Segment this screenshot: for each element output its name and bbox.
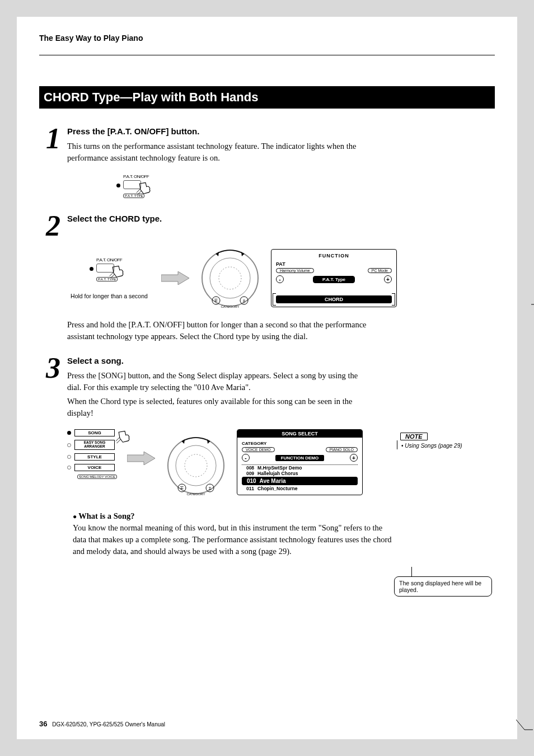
minus-knob-icon: - <box>276 275 284 283</box>
voice-button: VOICE <box>74 464 115 471</box>
page-number: 36 <box>39 720 47 728</box>
lcd-pill-pcmode: PC Mode <box>368 268 392 273</box>
svg-marker-3 <box>216 252 219 256</box>
step-2-title: Select the CHORD type. <box>67 213 495 225</box>
what-is-a-song: What is a Song? You know the normal mean… <box>73 510 392 557</box>
indicator-off-icon <box>67 443 71 447</box>
lcd-pat-type: P.A.T. Type <box>313 276 355 283</box>
section-heading: CHORD Type—Play with Both Hands <box>39 86 495 109</box>
svg-text:±: ± <box>208 485 211 491</box>
pat-label: P.A.T. ON/OFF <box>123 174 149 179</box>
svg-point-0 <box>202 250 258 306</box>
song-item: 011Chopin_Nocturne <box>242 486 358 491</box>
lcd-pat-label: PAT <box>276 261 392 267</box>
cursor-icon <box>115 428 135 450</box>
callout-text: The song displayed here will be played. <box>399 580 481 593</box>
plus-knob-icon: + <box>384 275 392 283</box>
manual-page: The Easy Way to Play Piano CHORD Type—Pl… <box>17 17 517 739</box>
svg-text:∓: ∓ <box>214 298 218 303</box>
step-1-body: This turns on the performance assistant … <box>67 140 364 164</box>
lcd-title: FUNCTION <box>276 253 392 259</box>
note-title: NOTE <box>400 433 428 440</box>
minus-knob-icon: - <box>242 454 250 462</box>
step-3-body2: When the Chord type is selected, feature… <box>67 396 364 419</box>
step-3-body1: Press the [SONG] button, and the Song Se… <box>67 370 364 393</box>
indicator-off-icon <box>67 455 71 459</box>
callout-connector-icon <box>411 567 412 577</box>
dial-illustration: ∓ ± CATEGORY <box>199 247 261 309</box>
dial-category-label: CATEGORY <box>221 305 239 308</box>
arrow-right-icon <box>127 452 155 465</box>
lcd-pill-voicedemo: VOICE DEMO <box>242 447 275 452</box>
bracket-right-icon <box>392 293 395 306</box>
lcd-pill-pianosolo: PIANO SOLO <box>326 447 358 452</box>
song-button: SONG <box>74 429 115 436</box>
step-1-diagram: P.A.T. ON/OFF P.A.T. TYPE <box>39 174 495 199</box>
lcd-function-demo: FUNCTION DEMO <box>275 455 325 461</box>
indicator-off-icon <box>67 466 71 469</box>
pat-indicator-icon <box>116 184 120 187</box>
step-3: 3 Select a song. Press the [SONG] button… <box>39 354 495 419</box>
callout-box: The song displayed here will be played. <box>394 576 492 597</box>
lcd-song-title: SONG SELECT <box>237 430 362 438</box>
style-button: STYLE <box>74 453 115 461</box>
bracket-left-icon <box>273 293 276 306</box>
svg-point-10 <box>168 438 224 494</box>
song-item: 009Hallelujah Chorus <box>242 471 358 476</box>
svg-marker-14 <box>207 439 210 444</box>
hold-caption: Hold for longer than a second <box>71 293 148 299</box>
arrow-right-icon <box>161 271 189 285</box>
song-melody-label: SONG MELODY VOICE <box>77 475 117 479</box>
manual-title: DGX-620/520, YPG-625/525 Owner's Manual <box>52 721 165 727</box>
svg-text:±: ± <box>243 298 246 303</box>
cursor-icon <box>109 263 129 285</box>
song-item-selected: 010Ave Maria <box>242 477 358 485</box>
header-divider <box>39 55 495 55</box>
lcd-chord-display: CHORD <box>276 295 392 303</box>
song-list: 008M.HrpSwtSpr Demo 009Hallelujah Chorus… <box>242 464 358 491</box>
step-1: 1 Press the [P.A.T. ON/OFF] button. This… <box>39 124 495 164</box>
step-number: 1 <box>39 127 67 151</box>
running-header: The Easy Way to Play Piano <box>39 34 495 43</box>
svg-point-2 <box>219 267 241 289</box>
step-number: 3 <box>39 356 67 380</box>
pat-label: P.A.T. ON/OFF <box>96 257 122 262</box>
callout-line-icon <box>516 720 533 731</box>
what-is-title: What is a Song? <box>73 511 135 520</box>
step-3-title: Select a song. <box>67 355 495 367</box>
dial-illustration: ∓ ± CATEGORY <box>165 435 227 496</box>
lcd-function-display: FUNCTION PAT Harmony Volume PC Mode - P.… <box>271 249 397 307</box>
step-2: 2 Select the CHORD type. <box>39 212 495 238</box>
lcd-song-select-display: SONG SELECT CATEGORY VOICE DEMO PIANO SO… <box>237 429 363 495</box>
easy-song-button: EASY SONG ARRANGER <box>74 440 115 450</box>
lcd-chord-text: CHORD <box>325 297 343 302</box>
callout-line-icon <box>531 302 534 307</box>
cursor-icon <box>135 180 156 202</box>
step-number: 2 <box>39 214 67 238</box>
plus-knob-icon: + <box>350 454 358 462</box>
note-box: NOTE Using Songs (page 29) <box>397 431 492 449</box>
lcd-category-label: CATEGORY <box>242 441 358 446</box>
step-2-diagram: P.A.T. ON/OFF P.A.T. TYPE Hold for longe… <box>39 247 495 309</box>
svg-text:CATEGORY: CATEGORY <box>186 492 205 496</box>
step-2-aftertext: Press and hold the [P.A.T. ON/OFF] butto… <box>39 319 375 342</box>
note-item: Using Songs (page 29) <box>397 443 492 449</box>
pat-button-illustration: P.A.T. ON/OFF P.A.T. TYPE <box>123 174 149 199</box>
song-item: 008M.HrpSwtSpr Demo <box>242 464 358 471</box>
pat-button-illustration: P.A.T. ON/OFF P.A.T. TYPE <box>96 257 122 283</box>
svg-point-12 <box>185 454 207 477</box>
svg-marker-13 <box>182 439 185 444</box>
step-1-title: Press the [P.A.T. ON/OFF] button. <box>67 125 495 138</box>
page-footer: 36 DGX-620/520, YPG-625/525 Owner's Manu… <box>39 720 165 728</box>
svg-marker-4 <box>241 252 244 256</box>
pat-block: P.A.T. ON/OFF P.A.T. TYPE Hold for longe… <box>67 257 151 299</box>
lcd-pill-harmony: Harmony Volume <box>276 268 314 273</box>
pat-indicator-icon <box>90 267 93 271</box>
svg-text:∓: ∓ <box>180 485 184 491</box>
svg-point-11 <box>176 445 216 486</box>
song-indicator-icon <box>67 431 71 435</box>
what-is-body: You know the normal meaning of this word… <box>73 522 392 557</box>
svg-point-1 <box>210 258 250 298</box>
song-buttons-panel: SONG EASY SONG ARRANGER STYLE VOICE SONG… <box>67 429 117 479</box>
